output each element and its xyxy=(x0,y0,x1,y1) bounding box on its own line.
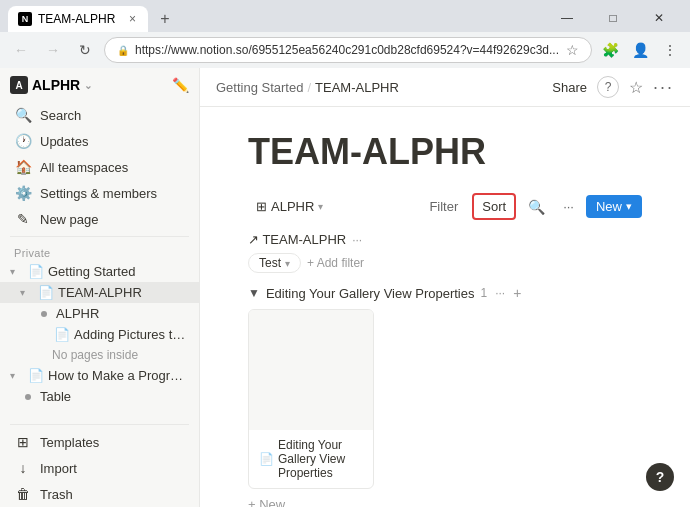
refresh-button[interactable]: ↻ xyxy=(72,37,98,63)
help-button[interactable]: ? xyxy=(646,463,674,491)
workspace-label: ALPHR xyxy=(32,77,80,93)
db-view-chevron-icon: ▾ xyxy=(318,201,323,212)
tree-toggle-icon: ▾ xyxy=(10,266,24,277)
more-options-icon[interactable]: ··· xyxy=(653,77,674,98)
new-label: New xyxy=(596,199,622,214)
test-filter-tag[interactable]: Test ▾ xyxy=(248,253,301,273)
database-toolbar: ⊞ ALPHR ▾ Filter Sort 🔍 ··· New ▾ xyxy=(248,193,642,220)
import-label: Import xyxy=(40,461,77,476)
filter-button[interactable]: Filter xyxy=(421,195,466,218)
sidebar-item-trash[interactable]: 🗑 Trash xyxy=(4,482,195,506)
tree-toggle-icon: ▾ xyxy=(10,370,24,381)
search-icon: 🔍 xyxy=(14,107,32,123)
page-title: TEAM-ALPHR xyxy=(248,131,642,173)
tree-item-label: Getting Started xyxy=(48,264,135,279)
group-toggle-icon[interactable]: ▼ xyxy=(248,286,260,300)
breadcrumb-separator: / xyxy=(307,80,311,95)
sidebar-toggle-button[interactable]: ✏️ xyxy=(172,77,189,93)
sidebar-item-table[interactable]: Table xyxy=(0,386,199,407)
db-view-name: ALPHR xyxy=(271,199,314,214)
tree-item-label: ALPHR xyxy=(56,306,99,321)
breadcrumb-getting-started[interactable]: Getting Started xyxy=(216,80,303,95)
updates-label: Updates xyxy=(40,134,88,149)
teamspaces-label: All teamspaces xyxy=(40,160,128,175)
new-page-icon: ✎ xyxy=(14,211,32,227)
sidebar-item-new-page[interactable]: ✎ New page xyxy=(4,207,195,231)
sidebar-item-templates[interactable]: ⊞ Templates xyxy=(4,430,195,454)
minimize-button[interactable]: — xyxy=(544,4,590,32)
sidebar-item-all-teamspaces[interactable]: 🏠 All teamspaces xyxy=(4,155,195,179)
new-item-button[interactable]: + New xyxy=(248,489,642,507)
forward-button[interactable]: → xyxy=(40,37,66,63)
templates-icon: ⊞ xyxy=(14,434,32,450)
no-pages-label: No pages inside xyxy=(52,348,138,362)
new-item-label: + New xyxy=(248,497,285,507)
trash-icon: 🗑 xyxy=(14,486,32,502)
sidebar-item-search[interactable]: 🔍 Search xyxy=(4,103,195,127)
templates-label: Templates xyxy=(40,435,99,450)
sidebar-divider xyxy=(10,236,189,237)
close-button[interactable]: ✕ xyxy=(636,4,682,32)
sidebar-divider-2 xyxy=(10,424,189,425)
sidebar-item-no-pages: No pages inside xyxy=(0,345,199,365)
tab-title: TEAM-ALPHR xyxy=(38,12,121,26)
share-button[interactable]: Share xyxy=(552,80,587,95)
page-icon: 📄 xyxy=(54,327,70,342)
db-view-selector[interactable]: ⊞ ALPHR ▾ xyxy=(248,195,331,218)
more-db-options-button[interactable]: ··· xyxy=(557,195,580,218)
filter-tag-chevron-icon: ▾ xyxy=(285,258,290,269)
maximize-button[interactable]: □ xyxy=(590,4,636,32)
address-bar[interactable]: 🔒 https://www.notion.so/6955125ea56240c2… xyxy=(104,37,592,63)
sidebar-item-how-to-progress[interactable]: ▾ 📄 How to Make a Progress... xyxy=(0,365,199,386)
sidebar-item-getting-started[interactable]: ▾ 📄 Getting Started xyxy=(0,261,199,282)
page-icon: 📄 xyxy=(28,264,44,279)
sidebar-item-import[interactable]: ↓ Import xyxy=(4,456,195,480)
breadcrumb-team-alphr[interactable]: TEAM-ALPHR xyxy=(315,80,399,95)
sidebar-item-team-alphr[interactable]: ▾ 📄 TEAM-ALPHR xyxy=(0,282,199,303)
workspace-name[interactable]: A ALPHR ⌄ xyxy=(10,76,92,94)
gallery-section-header: ↗ TEAM-ALPHR ··· xyxy=(248,232,642,247)
main-content: Getting Started / TEAM-ALPHR Share ? ☆ ·… xyxy=(200,68,690,507)
group-more-button[interactable]: ··· xyxy=(495,286,505,300)
app: A ALPHR ⌄ ✏️ 🔍 Search 🕐 Updates 🏠 All te… xyxy=(0,68,690,507)
extensions-button[interactable]: 🧩 xyxy=(598,38,622,62)
sidebar-item-updates[interactable]: 🕐 Updates xyxy=(4,129,195,153)
top-bar: Getting Started / TEAM-ALPHR Share ? ☆ ·… xyxy=(200,68,690,107)
more-options-button[interactable]: ⋮ xyxy=(658,38,682,62)
tab-favicon: N xyxy=(18,12,32,26)
gallery-grid: 📄 Editing Your Gallery View Properties xyxy=(248,309,642,489)
profile-button[interactable]: 👤 xyxy=(628,38,652,62)
add-filter-button[interactable]: + Add filter xyxy=(307,256,364,270)
sort-button[interactable]: Sort xyxy=(472,193,516,220)
group-header: ▼ Editing Your Gallery View Properties 1… xyxy=(248,285,642,301)
import-icon: ↓ xyxy=(14,460,32,476)
star-icon[interactable]: ☆ xyxy=(566,42,579,58)
sidebar-item-adding-pictures[interactable]: 📄 Adding Pictures to Yo... xyxy=(0,324,199,345)
browser-chrome: N TEAM-ALPHR × + — □ ✕ ← → ↻ 🔒 https://w… xyxy=(0,0,690,68)
new-entry-button[interactable]: New ▾ xyxy=(586,195,642,218)
page-icon: 📄 xyxy=(28,368,44,383)
workspace-chevron-icon: ⌄ xyxy=(84,80,92,91)
filter-tag-label: Test xyxy=(259,256,281,270)
page-content: TEAM-ALPHR ⊞ ALPHR ▾ Filter Sort 🔍 ··· N… xyxy=(200,107,690,507)
window-controls: — □ ✕ xyxy=(544,4,682,32)
tab-close-button[interactable]: × xyxy=(127,12,138,26)
help-icon[interactable]: ? xyxy=(597,76,619,98)
sidebar-item-alphr[interactable]: ALPHR xyxy=(0,303,199,324)
sidebar-item-settings[interactable]: ⚙️ Settings & members xyxy=(4,181,195,205)
group-add-button[interactable]: + xyxy=(513,285,521,301)
back-button[interactable]: ← xyxy=(8,37,34,63)
trash-label: Trash xyxy=(40,487,73,502)
new-tab-button[interactable]: + xyxy=(152,6,178,32)
bullet-icon xyxy=(25,394,31,400)
search-button[interactable]: 🔍 xyxy=(522,195,551,219)
settings-label: Settings & members xyxy=(40,186,157,201)
new-chevron-icon: ▾ xyxy=(626,200,632,213)
star-button[interactable]: ☆ xyxy=(629,78,643,97)
active-tab[interactable]: N TEAM-ALPHR × xyxy=(8,6,148,32)
db-view-icon: ⊞ xyxy=(256,199,267,214)
sidebar-header: A ALPHR ⌄ ✏️ xyxy=(0,68,199,102)
gallery-card[interactable]: 📄 Editing Your Gallery View Properties xyxy=(248,309,374,489)
section-more-button[interactable]: ··· xyxy=(352,233,362,247)
filter-row: Test ▾ + Add filter xyxy=(248,253,642,273)
